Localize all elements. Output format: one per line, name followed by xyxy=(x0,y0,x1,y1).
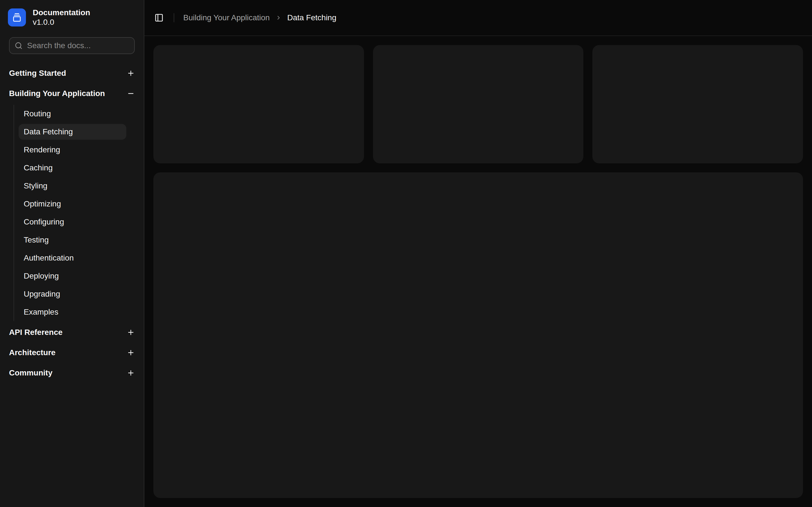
sidebar-group-architecture[interactable]: Architecture xyxy=(4,344,139,362)
sidebar-item-rendering[interactable]: Rendering xyxy=(18,142,126,158)
plus-icon xyxy=(127,69,135,77)
plus-icon xyxy=(127,349,135,356)
chevron-right-icon xyxy=(275,15,282,21)
breadcrumb: Building Your Application Data Fetching xyxy=(183,13,336,22)
sidebar-item-optimizing[interactable]: Optimizing xyxy=(18,196,126,212)
sidebar-group-label: Building Your Application xyxy=(9,89,105,98)
minus-icon xyxy=(127,90,135,98)
panel-left-icon xyxy=(154,13,163,22)
sidebar-group-label: API Reference xyxy=(9,328,63,337)
plus-icon xyxy=(127,328,135,336)
search-input[interactable] xyxy=(27,41,129,50)
sidebar-item-styling[interactable]: Styling xyxy=(18,178,126,194)
sidebar-group-label: Getting Started xyxy=(9,69,66,78)
sidebar: Documentation v1.0.0 Getting StartedBuil… xyxy=(0,0,144,507)
placeholder-card xyxy=(373,45,583,163)
sidebar-item-examples[interactable]: Examples xyxy=(18,304,126,320)
page-content xyxy=(144,36,812,507)
sidebar-item-deploying[interactable]: Deploying xyxy=(18,268,126,284)
sidebar-item-configuring[interactable]: Configuring xyxy=(18,214,126,230)
workspace-switcher[interactable]: Documentation v1.0.0 xyxy=(4,4,139,31)
sidebar-sub-list: RoutingData FetchingRenderingCachingStyl… xyxy=(13,105,126,321)
app-title: Documentation xyxy=(33,8,90,17)
search-icon xyxy=(15,42,22,50)
app-identity: Documentation v1.0.0 xyxy=(33,8,90,27)
app-root: Documentation v1.0.0 Getting StartedBuil… xyxy=(0,0,812,507)
breadcrumb-current: Data Fetching xyxy=(287,13,336,22)
gallery-vertical-end-icon xyxy=(12,13,21,22)
sidebar-item-routing[interactable]: Routing xyxy=(18,106,126,122)
sidebar-group-label: Community xyxy=(9,369,52,378)
sidebar-group-getting-started[interactable]: Getting Started xyxy=(4,64,139,82)
sidebar-item-caching[interactable]: Caching xyxy=(18,160,126,176)
sidebar-item-testing[interactable]: Testing xyxy=(18,232,126,248)
sidebar-group-api-reference[interactable]: API Reference xyxy=(4,323,139,341)
placeholder-card-row xyxy=(153,45,803,163)
placeholder-card xyxy=(592,45,803,163)
sidebar-group-community[interactable]: Community xyxy=(4,364,139,382)
placeholder-panel xyxy=(153,172,803,498)
search-box xyxy=(9,37,135,54)
sidebar-nav: Getting StartedBuilding Your Application… xyxy=(4,64,139,384)
header-separator xyxy=(174,13,174,22)
placeholder-card xyxy=(153,45,364,163)
sidebar-item-authentication[interactable]: Authentication xyxy=(18,250,126,266)
app-version: v1.0.0 xyxy=(33,17,90,27)
sidebar-item-data-fetching[interactable]: Data Fetching xyxy=(18,124,126,140)
main-header: Building Your Application Data Fetching xyxy=(144,0,812,36)
breadcrumb-parent-link[interactable]: Building Your Application xyxy=(183,13,270,22)
sidebar-item-upgrading[interactable]: Upgrading xyxy=(18,286,126,302)
plus-icon xyxy=(127,369,135,377)
sidebar-group-building-your-application[interactable]: Building Your Application xyxy=(4,84,139,103)
sidebar-toggle-button[interactable] xyxy=(151,10,167,25)
main-area: Building Your Application Data Fetching xyxy=(144,0,812,507)
sidebar-group-label: Architecture xyxy=(9,348,56,357)
app-logo xyxy=(8,8,26,26)
